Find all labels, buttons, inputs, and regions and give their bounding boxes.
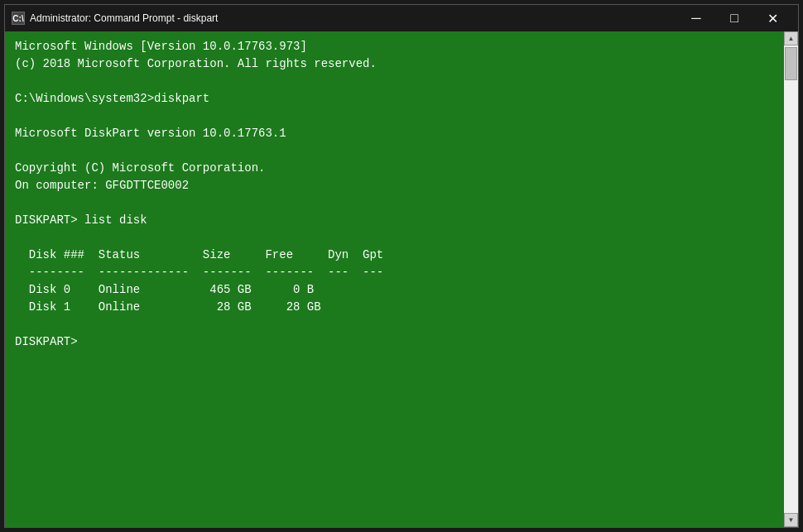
terminal-output[interactable]: Microsoft Windows [Version 10.0.17763.97… [5,31,784,527]
scrollbar-up-button[interactable]: ▲ [784,31,798,46]
scrollbar-down-button[interactable]: ▼ [784,513,798,527]
scrollbar-track[interactable] [784,46,798,513]
close-button[interactable]: ✕ [753,5,791,31]
window-title: Administrator: Command Prompt - diskpart [30,12,677,24]
command-prompt-window: C:\ Administrator: Command Prompt - disk… [4,4,799,528]
window-controls: ─ □ ✕ [677,5,791,31]
scrollbar[interactable]: ▲ ▼ [784,31,798,527]
window-icon: C:\ [12,12,25,25]
content-area: Microsoft Windows [Version 10.0.17763.97… [5,31,798,527]
title-bar: C:\ Administrator: Command Prompt - disk… [5,5,798,31]
maximize-button[interactable]: □ [715,5,753,31]
scrollbar-thumb[interactable] [785,47,797,80]
minimize-button[interactable]: ─ [677,5,715,31]
